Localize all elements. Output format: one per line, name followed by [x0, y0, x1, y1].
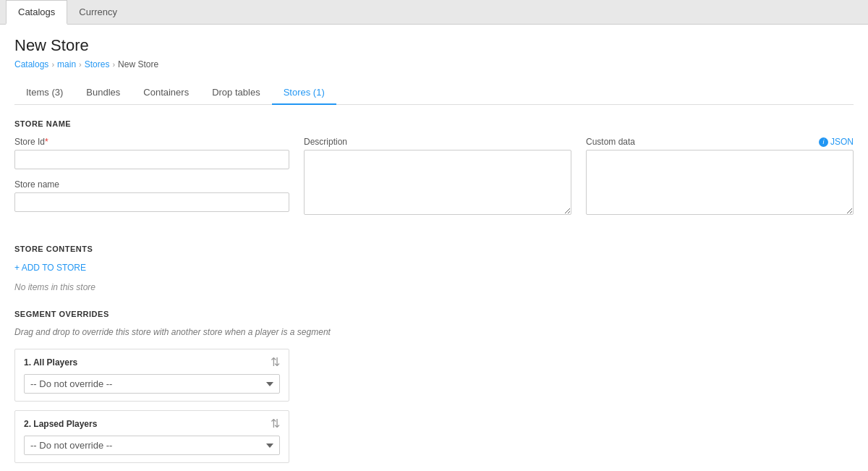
json-label: JSON [830, 137, 854, 147]
sub-tab-drop-tables[interactable]: Drop tables [200, 81, 271, 105]
no-items-text: No items in this store [14, 282, 95, 292]
breadcrumb-sep-3: › [112, 60, 115, 69]
store-form-left-col: Store Id* Store name [14, 137, 289, 227]
store-name-group: Store name [14, 179, 289, 212]
store-name-label: Store name [14, 179, 289, 190]
description-group: Description [304, 137, 571, 217]
segment-item-all-players-header: 1. All Players ⇅ [24, 357, 280, 368]
sub-tab-stores[interactable]: Stores (1) [272, 81, 336, 105]
custom-data-group: Custom data i JSON [586, 137, 854, 217]
custom-data-header: Custom data i JSON [586, 137, 854, 147]
sub-tab-bundles[interactable]: Bundles [75, 81, 132, 105]
store-id-input[interactable] [14, 150, 289, 169]
page-title: New Store [14, 36, 854, 55]
json-link[interactable]: i JSON [819, 137, 854, 147]
segment-item-lapsed-players: 2. Lapsed Players ⇅ -- Do not override -… [14, 410, 289, 463]
info-icon: i [819, 137, 828, 147]
top-tab-currency[interactable]: Currency [67, 0, 129, 25]
breadcrumb-stores[interactable]: Stores [85, 59, 110, 69]
store-id-label: Store Id* [14, 137, 289, 147]
drag-handle-all-players[interactable]: ⇅ [271, 357, 280, 368]
segment-overrides-heading: SEGMENT OVERRIDES [14, 310, 854, 318]
store-name-heading: STORE NAME [14, 119, 854, 128]
segment-lapsed-players-title: 2. Lapsed Players [24, 419, 97, 429]
store-form-right-col: Custom data i JSON [586, 137, 854, 227]
store-form-grid: Store Id* Store name Description Custom … [14, 137, 854, 227]
store-id-group: Store Id* [14, 137, 289, 169]
segment-overrides-description: Drag and drop to override this store wit… [14, 327, 854, 337]
breadcrumb: Catalogs › main › Stores › New Store [14, 59, 854, 69]
top-tab-bar: Catalogs Currency [0, 0, 868, 25]
sub-tab-items[interactable]: Items (3) [14, 81, 75, 105]
description-input[interactable] [304, 150, 571, 215]
custom-data-label: Custom data [586, 137, 635, 147]
breadcrumb-main[interactable]: main [57, 59, 76, 69]
drag-handle-lapsed-players[interactable]: ⇅ [271, 418, 280, 430]
add-to-store-button[interactable]: + ADD TO STORE [14, 263, 86, 273]
custom-data-input[interactable] [586, 150, 854, 215]
store-form-mid-col: Description [304, 137, 571, 227]
breadcrumb-sep-2: › [79, 60, 82, 69]
segment-lapsed-players-select[interactable]: -- Do not override -- [24, 436, 280, 455]
segment-overrides-section: SEGMENT OVERRIDES Drag and drop to overr… [14, 310, 854, 471]
top-tab-catalogs[interactable]: Catalogs [6, 0, 67, 25]
description-label: Description [304, 137, 571, 147]
segment-all-players-title: 1. All Players [24, 357, 77, 368]
breadcrumb-current: New Store [118, 59, 158, 69]
store-name-input[interactable] [14, 192, 289, 212]
store-id-required: * [45, 137, 48, 147]
store-contents-heading: STORE CONTENTS [14, 245, 854, 253]
page-content: New Store Catalogs › main › Stores › New… [0, 25, 868, 471]
breadcrumb-catalogs[interactable]: Catalogs [14, 59, 48, 69]
sub-tab-containers[interactable]: Containers [132, 81, 200, 105]
store-contents-section: STORE CONTENTS + ADD TO STORE No items i… [14, 245, 854, 292]
breadcrumb-sep-1: › [51, 60, 54, 69]
sub-tab-bar: Items (3) Bundles Containers Drop tables… [14, 81, 854, 105]
segment-all-players-select[interactable]: -- Do not override -- [24, 374, 280, 394]
segment-item-lapsed-players-header: 2. Lapsed Players ⇅ [24, 418, 280, 430]
segment-item-all-players: 1. All Players ⇅ -- Do not override -- [14, 349, 289, 402]
